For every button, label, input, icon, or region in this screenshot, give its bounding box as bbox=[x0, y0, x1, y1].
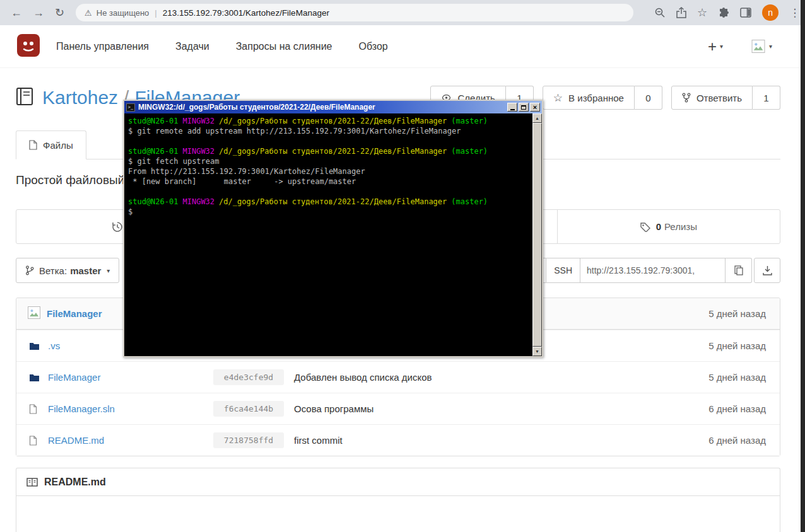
nav-item-explore[interactable]: Обзор bbox=[345, 41, 401, 52]
fork-icon bbox=[682, 93, 691, 103]
browser-scrollbar[interactable] bbox=[801, 0, 805, 532]
commit-hash[interactable]: e4de3cfe9d bbox=[213, 369, 284, 385]
prompt-path: /d/_gogs/Работы студентов/2021-22/Деев/F… bbox=[219, 197, 447, 206]
terminal-blank-line bbox=[128, 187, 532, 197]
branch-selector[interactable]: Ветка: master ▾ bbox=[16, 258, 119, 283]
file-link[interactable]: FileManager bbox=[48, 372, 213, 383]
commit-time: 6 дней назад bbox=[708, 403, 766, 414]
gogs-navbar: Панель управления Задачи Запросы на слия… bbox=[0, 25, 805, 68]
prompt-branch: (master) bbox=[451, 147, 488, 156]
zoom-icon[interactable] bbox=[654, 7, 666, 18]
file-link[interactable]: README.md bbox=[48, 435, 213, 446]
folder-icon bbox=[29, 373, 40, 382]
folder-icon bbox=[29, 342, 40, 350]
fork-label: Ответвить bbox=[696, 93, 742, 103]
download-icon bbox=[763, 265, 772, 275]
nav-items: Панель управления Задачи Запросы на слия… bbox=[56, 41, 401, 52]
prompt-branch: (master) bbox=[451, 197, 488, 206]
header-repo-link[interactable]: FileManager bbox=[47, 308, 102, 319]
terminal-app-icon: >_ bbox=[126, 103, 135, 112]
star-count[interactable]: 0 bbox=[635, 86, 662, 110]
terminal-blank-line bbox=[128, 136, 532, 146]
terminal-scrollbar[interactable]: ▲ ▼ bbox=[532, 113, 542, 356]
clone-url-input[interactable] bbox=[580, 258, 726, 283]
star-icon: ☆ bbox=[553, 93, 563, 103]
close-button[interactable]: × bbox=[530, 103, 540, 112]
prompt-msystem: MINGW32 bbox=[182, 117, 214, 125]
table-row: FileManager e4de3cfe9d Добавлен вывод сп… bbox=[16, 361, 780, 393]
new-repo-plus-icon[interactable]: + bbox=[708, 38, 717, 55]
stats-releases[interactable]: 0 Релизы bbox=[557, 210, 780, 243]
user-menu-caret-icon[interactable]: ▾ bbox=[769, 43, 772, 50]
browser-profile-avatar[interactable]: n bbox=[762, 4, 779, 21]
user-avatar[interactable]: ▾ bbox=[751, 40, 772, 53]
forward-icon[interactable]: → bbox=[33, 7, 44, 18]
terminal-output[interactable]: stud@N26-01MINGW32/d/_gogs/Работы студен… bbox=[124, 113, 532, 356]
share-icon[interactable] bbox=[676, 7, 686, 18]
open-book-icon bbox=[26, 478, 38, 487]
header-time: 5 дней назад bbox=[708, 308, 766, 319]
restore-button[interactable] bbox=[519, 103, 529, 112]
file-link[interactable]: FileManager.sln bbox=[48, 403, 213, 414]
repo-owner-link[interactable]: Kartohez bbox=[42, 87, 118, 108]
scroll-down-icon[interactable]: ▼ bbox=[532, 347, 542, 356]
file-icon bbox=[29, 436, 40, 446]
terminal-command: $ git remote add upstream http://213.155… bbox=[128, 126, 532, 136]
scrollbar-thumb[interactable] bbox=[532, 123, 542, 347]
fork-button[interactable]: Ответвить bbox=[671, 86, 753, 110]
back-icon[interactable]: ← bbox=[11, 7, 22, 18]
prompt-user: stud@N26-01 bbox=[128, 147, 178, 156]
new-repo-caret-icon[interactable]: ▾ bbox=[720, 43, 723, 50]
copy-url-button[interactable] bbox=[726, 258, 752, 283]
prompt-branch: (master) bbox=[451, 117, 488, 125]
terminal-prompt-line: stud@N26-01MINGW32/d/_gogs/Работы студен… bbox=[128, 146, 532, 156]
gogs-logo[interactable] bbox=[17, 34, 40, 59]
download-button[interactable] bbox=[754, 258, 780, 283]
commit-time: 5 дней назад bbox=[708, 372, 766, 383]
security-label: Не защищено bbox=[97, 8, 150, 18]
fork-count[interactable]: 1 bbox=[753, 86, 780, 110]
url-text: 213.155.192.79:3001/Kartohez/FileManager bbox=[163, 8, 329, 18]
reload-icon[interactable]: ↻ bbox=[55, 7, 64, 18]
commit-hash[interactable]: 7218758ffd bbox=[213, 432, 284, 448]
commit-message[interactable]: Осова программы bbox=[294, 403, 373, 414]
tab-files[interactable]: Файлы bbox=[16, 130, 86, 159]
tag-icon bbox=[640, 222, 650, 232]
commit-time: 6 дней назад bbox=[708, 435, 766, 446]
browser-tools: ☆ n ⋮ bbox=[643, 4, 800, 21]
mingw32-terminal-window[interactable]: >_ MINGW32:/d/_gogs/Работы студентов/202… bbox=[123, 100, 543, 357]
nav-right: + ▾ ▾ bbox=[708, 38, 772, 55]
address-bar[interactable]: ⚠ Не защищено | 213.155.192.79:3001/Kart… bbox=[76, 4, 633, 21]
history-icon bbox=[112, 221, 123, 233]
fork-group: Ответвить 1 bbox=[671, 86, 780, 110]
browser-toolbar: ← → ↻ ⚠ Не защищено | 213.155.192.79:300… bbox=[0, 0, 805, 25]
commit-hash[interactable]: f6ca4e144b bbox=[213, 401, 284, 417]
readme-header: README.md bbox=[16, 468, 780, 496]
side-panel-icon[interactable] bbox=[740, 8, 751, 18]
nav-item-dashboard[interactable]: Панель управления bbox=[56, 41, 162, 52]
nav-item-pull-requests[interactable]: Запросы на слияние bbox=[223, 41, 346, 52]
minimize-button[interactable] bbox=[507, 103, 517, 112]
prompt-msystem: MINGW32 bbox=[182, 147, 214, 156]
nav-item-issues[interactable]: Задачи bbox=[162, 41, 223, 52]
extensions-puzzle-icon[interactable] bbox=[718, 7, 729, 18]
star-label: В избранное bbox=[568, 93, 624, 103]
star-button[interactable]: ☆ В избранное bbox=[543, 86, 635, 110]
terminal-title-bar[interactable]: >_ MINGW32:/d/_gogs/Работы студентов/202… bbox=[124, 101, 542, 113]
scroll-up-icon[interactable]: ▲ bbox=[532, 113, 542, 123]
readme-content bbox=[16, 496, 780, 532]
prompt-path: /d/_gogs/Работы студентов/2021-22/Деев/F… bbox=[219, 117, 447, 125]
clipboard-icon bbox=[734, 265, 743, 275]
browser-menu-kebab-icon[interactable]: ⋮ bbox=[789, 8, 800, 18]
table-row: FileManager.sln f6ca4e144b Осова програм… bbox=[16, 393, 780, 424]
star-group: ☆ В избранное 0 bbox=[543, 86, 662, 110]
terminal-prompt-line: stud@N26-01MINGW32/d/_gogs/Работы студен… bbox=[128, 197, 532, 207]
terminal-command: $ git fetch upstream bbox=[128, 156, 532, 166]
commit-message[interactable]: first commit bbox=[294, 435, 343, 446]
bookmark-star-icon[interactable]: ☆ bbox=[697, 7, 707, 18]
readme-title: README.md bbox=[44, 477, 106, 488]
clone-controls: HTTP SSH bbox=[507, 258, 780, 283]
ssh-protocol-button[interactable]: SSH bbox=[546, 258, 580, 283]
branch-icon bbox=[25, 265, 34, 275]
commit-message[interactable]: Добавлен вывод списка дисков bbox=[294, 372, 432, 383]
